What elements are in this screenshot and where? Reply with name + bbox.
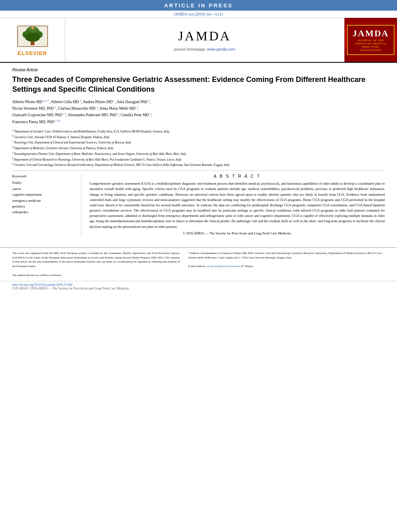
- journal-reference: JAMDA xxx (2016) 1e1—Le11: [0, 11, 397, 18]
- jamda-logo-box: JAMDA JOURNAL OF THEAMERICAN MEDICALDIRE…: [344, 18, 397, 62]
- jamda-logo: JAMDA JOURNAL OF THEAMERICAN MEDICALDIRE…: [347, 25, 395, 55]
- footer-correspondence-note: * Address correspondence to Francesco Pa…: [188, 251, 382, 278]
- abstract-column: A B S T R A C T Comprehensive geriatric …: [90, 174, 385, 235]
- list-item: Frailty: [12, 180, 76, 185]
- journal-title-area: JAMDA journal homepage: www.jamda.com: [65, 18, 344, 62]
- footer-area: This work was supported from the MPI_AGE…: [0, 247, 397, 281]
- svg-point-6: [31, 26, 34, 29]
- affiliations: a Department of Geriatric Care, OrthoGer…: [12, 128, 385, 167]
- article-type: Review Article: [12, 68, 385, 72]
- svg-point-4: [25, 33, 40, 42]
- list-item: cancer: [12, 186, 76, 192]
- list-item: geriatrics: [12, 203, 76, 209]
- footer-funding-note: This work was supported from the MPI_AGE…: [12, 251, 180, 278]
- journal-name: JAMDA: [178, 29, 231, 44]
- abstract-body: Comprehensive geriatric assessment (CGA)…: [90, 181, 385, 230]
- article-title: Three Decades of Comprehensive Geriatric…: [12, 75, 385, 95]
- section-divider: [12, 170, 385, 171]
- doi-link[interactable]: http://dx.doi.org/10.1016/j.jamda.2016.1…: [12, 283, 385, 287]
- keywords-label: Keywords:: [12, 174, 76, 178]
- authors-line: Alberto Pilotto MD a,b,*, Alberto Cella …: [12, 99, 385, 125]
- journal-homepage: journal homepage: www.jamda.com: [174, 47, 235, 51]
- main-content: Review Article Three Decades of Comprehe…: [0, 63, 397, 239]
- elsevier-logo-box: ELSEVIER: [0, 18, 65, 62]
- journal-homepage-link[interactable]: www.jamda.com: [207, 47, 235, 51]
- elsevier-tree-icon: [14, 24, 51, 49]
- banner-text: ARTICLE IN PRESS: [164, 2, 233, 9]
- keywords-column: Keywords: Frailty cancer cognitive impai…: [12, 174, 81, 235]
- article-in-press-banner: ARTICLE IN PRESS: [0, 0, 397, 11]
- journal-header: ELSEVIER JAMDA journal homepage: www.jam…: [0, 18, 397, 63]
- list-item: orthopedics: [12, 209, 76, 215]
- list-item: emergency medicine: [12, 198, 76, 203]
- svg-rect-5: [31, 41, 34, 45]
- abstract-copyright: © 2016 AMDA — The Society for Post-Acute…: [90, 231, 385, 235]
- email-address[interactable]: geriat.dot@geriatria.uniba.it: [207, 265, 240, 268]
- keywords-list: Frailty cancer cognitive impairment emer…: [12, 180, 76, 215]
- elsevier-label: ELSEVIER: [18, 50, 47, 56]
- issn-line: 1525-8610/© 2016 AMDA — The Society for …: [12, 287, 385, 290]
- list-item: cognitive impairment: [12, 192, 76, 197]
- footer-bottom: http://dx.doi.org/10.1016/j.jamda.2016.1…: [0, 281, 397, 293]
- keywords-abstract-section: Keywords: Frailty cancer cognitive impai…: [12, 174, 385, 235]
- abstract-title: A B S T R A C T: [90, 174, 385, 179]
